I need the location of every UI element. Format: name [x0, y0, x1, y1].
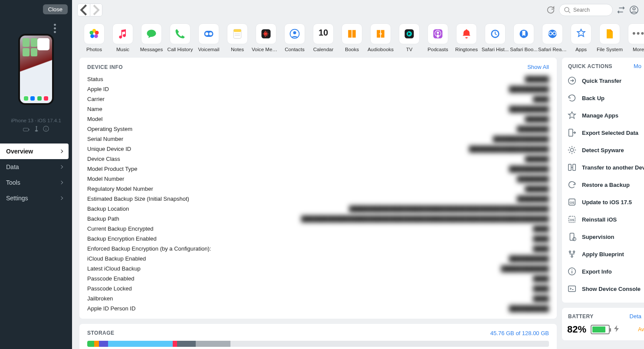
qa-show-console[interactable]: Show Device Console: [567, 280, 644, 297]
cat-messages[interactable]: Messages: [137, 23, 166, 52]
svg-point-11: [90, 34, 94, 38]
seg-os: [177, 341, 196, 347]
cat-photos[interactable]: Photos: [80, 23, 108, 52]
svg-point-37: [570, 148, 573, 151]
cat-ringtones[interactable]: Ringtones: [452, 23, 481, 52]
storage-summary: 45.76 GB of 128.00 GB: [490, 330, 549, 336]
cat-notes[interactable]: Notes: [223, 23, 252, 52]
nav-settings[interactable]: Settings: [0, 190, 69, 206]
info-icon[interactable]: i: [43, 126, 49, 132]
svg-point-51: [572, 269, 572, 270]
label-icloud-backup: iCloud Backup Enabled: [87, 255, 146, 262]
quick-actions-card: QUICK ACTIONS Mo Quick Transfer Back Up …: [562, 57, 644, 303]
label-carrier: Carrier: [87, 96, 105, 102]
qa-export-info[interactable]: Export Info: [567, 263, 644, 280]
spyware-icon: [567, 145, 577, 155]
qa-quick-transfer[interactable]: Quick Transfer: [567, 72, 644, 89]
restore-icon: [567, 180, 577, 189]
cat-apps[interactable]: Apps: [567, 23, 595, 52]
cat-audiobooks[interactable]: Audiobooks: [366, 23, 395, 52]
svg-rect-52: [568, 286, 576, 292]
cat-voicemail[interactable]: Voicemail: [194, 23, 223, 52]
cat-tv[interactable]: TV: [395, 23, 424, 52]
qa-export-selected[interactable]: Export Selected Data: [567, 124, 644, 141]
svg-point-4: [565, 7, 569, 12]
qa-supervision[interactable]: Supervision: [567, 228, 644, 245]
nav-tools[interactable]: Tools: [0, 175, 69, 190]
storage-title: STORAGE: [87, 330, 115, 336]
backup-icon: [567, 93, 577, 103]
cat-music[interactable]: Music: [108, 23, 137, 52]
refresh-icon[interactable]: [546, 5, 555, 15]
device-transfer-icon: [567, 163, 577, 172]
svg-rect-0: [23, 128, 29, 131]
category-grid: Photos Music Messages Call History Voice…: [72, 20, 644, 53]
cat-file-system[interactable]: File System: [595, 23, 624, 52]
svg-point-14: [205, 33, 208, 36]
label-status: Status: [87, 76, 103, 82]
back-button[interactable]: [78, 4, 90, 16]
chevron-right-icon: [59, 165, 63, 169]
svg-point-47: [573, 251, 575, 253]
cat-more[interactable]: •••More: [624, 23, 644, 52]
qa-manage-apps[interactable]: Manage Apps: [567, 107, 644, 124]
svg-rect-17: [233, 29, 241, 32]
cat-calendar[interactable]: 10Calendar: [309, 23, 338, 52]
qa-back-up[interactable]: Back Up: [567, 89, 644, 107]
qa-restore-backup[interactable]: Restore a Backup: [567, 176, 644, 193]
info-icon: [567, 267, 577, 276]
battery-details-link[interactable]: Deta: [630, 313, 641, 320]
close-button[interactable]: Close: [43, 4, 68, 14]
cat-safari-reading[interactable]: Safari Read...: [538, 23, 567, 52]
qa-detect-spyware[interactable]: Detect Spyware: [567, 141, 644, 159]
svg-point-10: [94, 34, 98, 38]
svg-rect-44: [570, 233, 574, 241]
svg-point-26: [437, 32, 439, 34]
apps-icon: [567, 111, 577, 120]
svg-point-7: [633, 8, 635, 10]
svg-point-46: [569, 251, 571, 253]
qa-apply-blueprint[interactable]: Apply Blueprint: [567, 245, 644, 263]
chevron-right-icon: [59, 150, 63, 153]
qa-reinstall-ios[interactable]: OSReinstall iOS: [567, 211, 644, 228]
search-input[interactable]: [559, 4, 613, 16]
label-passcode-locked: Passcode Locked: [87, 285, 132, 292]
forward-button[interactable]: [90, 4, 102, 16]
svg-point-15: [209, 33, 212, 36]
nav-overview[interactable]: Overview: [0, 144, 69, 159]
label-latest-icloud: Latest iCloud Backup: [87, 265, 141, 272]
account-icon[interactable]: [629, 5, 639, 15]
transfer-icon[interactable]: [616, 5, 626, 15]
seg-books: [94, 341, 99, 347]
cat-contacts[interactable]: Contacts: [280, 23, 309, 52]
device-info-title: DEVICE INFO: [87, 64, 123, 70]
device-name-label: iPhone 13 · iOS 17.4.1: [0, 118, 72, 123]
label-model: Model: [87, 116, 102, 122]
label-apple-id: Apple ID: [87, 86, 109, 92]
qa-transfer-device[interactable]: Transfer to another Dev: [567, 159, 644, 176]
blueprint-icon: [567, 249, 577, 259]
cat-voice-memos[interactable]: Voice Mem...: [252, 23, 280, 52]
seg-apps: [99, 341, 108, 347]
battery-status: Av: [638, 326, 644, 333]
qa-update-ios[interactable]: OSUpdate to iOS 17.5: [567, 193, 644, 211]
svg-point-9: [95, 31, 99, 35]
cat-safari-history[interactable]: Safari Hist...: [481, 23, 509, 52]
show-all-link[interactable]: Show All: [527, 64, 549, 70]
label-backup-encrypted: Current Backup Encrypted: [87, 225, 153, 232]
charging-icon: [614, 325, 619, 334]
cat-podcasts[interactable]: Podcasts: [424, 23, 452, 52]
quick-actions-more[interactable]: Mo: [634, 63, 641, 69]
svg-text:OS: OS: [570, 201, 575, 205]
seg-photos: [87, 341, 94, 347]
more-icon[interactable]: •••: [50, 23, 59, 34]
device-thumbnail: [18, 34, 54, 105]
search-icon: [564, 4, 571, 16]
cat-call-history[interactable]: Call History: [166, 23, 194, 52]
cat-books[interactable]: Books: [338, 23, 366, 52]
label-device-class: Device Class: [87, 156, 120, 162]
nav-data[interactable]: Data: [0, 159, 69, 175]
cat-safari-bookmarks[interactable]: Safari Boo...: [509, 23, 538, 52]
quick-actions-title: QUICK ACTIONS: [568, 63, 612, 69]
supervision-icon: [567, 232, 577, 241]
